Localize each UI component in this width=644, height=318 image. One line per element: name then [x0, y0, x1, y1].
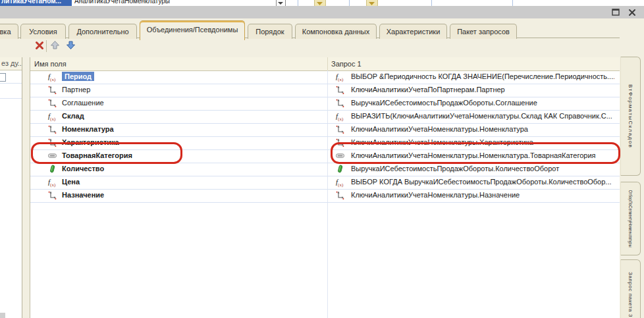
grid-separator: [512, 0, 513, 6]
query-expression-cell[interactable]: ВЫБОР &Периодичность КОГДА ЗНАЧЕНИЕ(Пере…: [351, 70, 614, 83]
query-expression-cell[interactable]: КлючиАналитикиУчетаПоПартнерам.Партнер: [351, 84, 614, 96]
row-separator: [0, 98, 22, 99]
field-icon: [48, 86, 57, 94]
batch-tab-2[interactable]: ОтборПоСегментуНоменклатуры: [620, 182, 641, 255]
query-list-panel: ез ду...: [0, 57, 22, 318]
resource-icon: [48, 165, 57, 173]
tab-bar: вкаУсловияДополнительноОбъединения/Псевд…: [0, 20, 644, 38]
field-name-cell[interactable]: Номенклатура: [62, 123, 114, 136]
delete-field-button[interactable]: [34, 40, 45, 51]
resource-icon: [336, 165, 344, 173]
function-icon: f(x): [336, 72, 344, 81]
column-header-query1: Запрос 1: [331, 57, 362, 70]
tab-8[interactable]: Пакет запросов: [450, 24, 517, 39]
field-name-cell[interactable]: Назначение: [62, 189, 104, 201]
function-icon: f(x): [336, 178, 344, 186]
query-expression-cell[interactable]: ВЫРАЗИТЬ(КлючиАналитикиУчетаНоменклатуры…: [351, 110, 614, 122]
field-name: Номенклатура: [62, 125, 114, 133]
move-down-button[interactable]: [66, 40, 76, 51]
query-designer-dialog: вкаУсловияДополнительноОбъединения/Псевд…: [0, 18, 644, 318]
table-row[interactable]: f(x)Складf(x)ВЫРАЗИТЬ(КлючиАналитикиУчет…: [30, 110, 620, 124]
function-icon: f(x): [48, 178, 57, 186]
function-icon: f(x): [336, 112, 344, 120]
field-icon: [336, 99, 344, 107]
background-grid-row: литикаУчетаНом... АналитикаУчетаНоменкла…: [0, 0, 644, 6]
table-row[interactable]: СоглашениеВыручкаИСебестоимостьПродажОбо…: [30, 97, 620, 111]
background-selected-cell[interactable]: литикаУчетаНом...: [0, 0, 72, 6]
tab-4[interactable]: Объединения/Псевдонимы: [140, 20, 245, 40]
batch-tab-1[interactable]: ВтФорматыСкладов: [620, 57, 641, 176]
field-name: Склад: [62, 112, 84, 120]
field-icon: [336, 191, 344, 199]
no-duplicates-checkbox[interactable]: [0, 73, 6, 82]
batch-tab-label: ВтФорматыСкладов: [628, 84, 633, 148]
selected-field-name: Период: [62, 72, 94, 81]
row-separator: [0, 83, 22, 84]
tab-2[interactable]: Условия: [20, 24, 66, 39]
query-expression-cell[interactable]: ВыручкаИСебестоимостьПродажОбороты.Согла…: [351, 97, 614, 109]
annotation-highlight-query-expression: [331, 142, 620, 164]
query-expression-cell[interactable]: ВыручкаИСебестоимостьПродажОбороты.Колич…: [351, 163, 614, 175]
table-row[interactable]: КоличествоВыручкаИСебестоимостьПродажОбо…: [30, 163, 620, 176]
field-name: Соглашение: [62, 99, 104, 107]
query-designer-window: литикаУчетаНом... АналитикаУчетаНоменкла…: [0, 0, 644, 318]
grid-separator: [349, 0, 350, 6]
no-duplicates-column-header: ез ду...: [0, 57, 22, 70]
column-header-field-name: Имя поля: [34, 57, 67, 70]
title-bar: [0, 6, 644, 18]
dropdown-button-icon[interactable]: [276, 0, 286, 6]
batch-tab-label: Запрос пакета 3: [628, 272, 633, 317]
grid-separator: [298, 0, 298, 6]
field-icon: [48, 99, 57, 107]
field-icon: [48, 125, 57, 134]
batch-tab-3[interactable]: Запрос пакета 3: [620, 259, 641, 318]
query-batch-tab-strip: ВтФорматыСкладовОтборПоСегментуНоменклат…: [620, 38, 644, 318]
field-name-cell[interactable]: Количество: [62, 163, 104, 175]
field-name: Партнер: [62, 86, 90, 93]
fields-table: Имя поля Запрос 1 f(x)Периодf(x)ВЫБОР &П…: [30, 57, 620, 318]
function-icon: f(x): [48, 72, 57, 81]
query-expression-cell[interactable]: КлючиАналитикиУчетаНоменклатуры.Назначен…: [351, 189, 614, 201]
field-name-cell[interactable]: Партнер: [62, 84, 90, 96]
close-icon[interactable]: [628, 8, 638, 17]
query-expression-cell[interactable]: КлючиАналитикиУчетаНоменклатуры.Номенкла…: [351, 123, 614, 136]
field-name-cell[interactable]: Период: [62, 70, 94, 83]
field-icon: [48, 191, 57, 199]
field-name: Количество: [62, 165, 104, 172]
field-icon: [336, 125, 344, 134]
table-row[interactable]: НоменклатураКлючиАналитикиУчетаНоменклат…: [30, 123, 620, 137]
tab-7[interactable]: Характеристики: [379, 24, 447, 39]
table-row[interactable]: f(x)Периодf(x)ВЫБОР &Периодичность КОГДА…: [30, 70, 620, 84]
background-cell-text: АналитикаУчетаНоменклатуры: [74, 0, 170, 5]
table-row[interactable]: НазначениеКлючиАналитикиУчетаНоменклатур…: [30, 189, 620, 203]
column-separator: [327, 57, 328, 70]
background-scrollbar-fragment: [0, 313, 5, 318]
tab-3[interactable]: Дополнительно: [68, 24, 137, 39]
annotation-highlight-field-name: [31, 142, 182, 164]
field-name-cell[interactable]: Склад: [62, 110, 84, 122]
field-name: Назначение: [62, 191, 104, 199]
maximize-icon[interactable]: [611, 8, 622, 17]
tab-5[interactable]: Порядок: [248, 24, 292, 39]
move-up-button[interactable]: [50, 40, 61, 51]
function-icon: f(x): [48, 112, 57, 120]
grid-separator: [431, 0, 432, 6]
field-name-cell[interactable]: Соглашение: [62, 97, 104, 109]
field-icon: [336, 86, 344, 94]
tab-1[interactable]: вка: [0, 24, 18, 39]
background-selected-cell-text: литикаУчетаНом...: [1, 0, 61, 5]
fields-table-header: Имя поля Запрос 1: [30, 57, 620, 71]
field-name: Цена: [62, 178, 80, 186]
tab-6[interactable]: Компоновка данных: [295, 24, 377, 39]
batch-tab-label: ОтборПоСегментуНоменклатуры: [628, 190, 633, 248]
dropdown-arrow-icon[interactable]: [366, 0, 378, 6]
dropdown-arrow-icon[interactable]: [314, 0, 326, 6]
toolbar-separator: [46, 40, 47, 52]
field-name-cell[interactable]: Цена: [62, 176, 80, 188]
table-row[interactable]: f(x)Ценаf(x)ВЫБОР КОГДА ВыручкаИСебестои…: [30, 176, 620, 190]
table-row[interactable]: ПартнерКлючиАналитикиУчетаПоПартнерам.Па…: [30, 84, 620, 97]
query-expression-cell[interactable]: ВЫБОР КОГДА ВыручкаИСебестоимостьПродажО…: [351, 176, 614, 188]
